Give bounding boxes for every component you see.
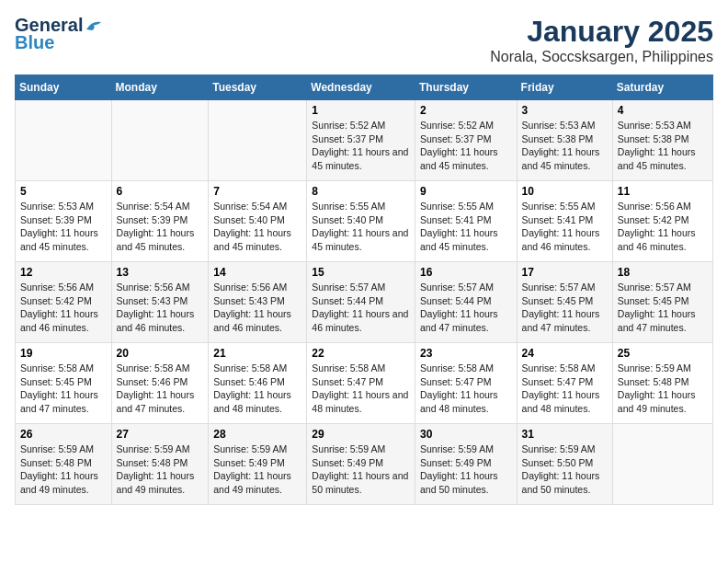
day-number: 5: [20, 185, 107, 198]
day-info: Sunrise: 5:58 AMSunset: 5:46 PMDaylight:…: [213, 362, 301, 416]
day-number: 13: [117, 266, 204, 279]
day-number: 21: [213, 347, 301, 360]
weekday-header-monday: Monday: [111, 75, 209, 100]
month-title: January 2025: [490, 15, 713, 49]
day-number: 20: [117, 347, 204, 360]
week-row-1: 1Sunrise: 5:52 AMSunset: 5:37 PMDaylight…: [16, 100, 713, 181]
day-number: 16: [420, 266, 512, 279]
day-info: Sunrise: 5:59 AMSunset: 5:49 PMDaylight:…: [420, 442, 512, 497]
day-number: 3: [522, 104, 608, 117]
day-info: Sunrise: 5:59 AMSunset: 5:48 PMDaylight:…: [117, 442, 204, 497]
logo-blue: Blue: [15, 32, 54, 53]
calendar-cell: 28Sunrise: 5:59 AMSunset: 5:49 PMDayligh…: [209, 424, 307, 505]
calendar-cell: 4Sunrise: 5:53 AMSunset: 5:38 PMDaylight…: [612, 100, 712, 181]
day-info: Sunrise: 5:55 AMSunset: 5:40 PMDaylight:…: [312, 200, 410, 254]
calendar-cell: [612, 424, 712, 505]
day-number: 22: [312, 347, 410, 360]
calendar-cell: 16Sunrise: 5:57 AMSunset: 5:44 PMDayligh…: [415, 262, 517, 343]
day-info: Sunrise: 5:56 AMSunset: 5:43 PMDaylight:…: [117, 281, 204, 335]
calendar-cell: 14Sunrise: 5:56 AMSunset: 5:43 PMDayligh…: [209, 262, 307, 343]
weekday-header-wednesday: Wednesday: [307, 75, 415, 100]
day-info: Sunrise: 5:53 AMSunset: 5:39 PMDaylight:…: [20, 200, 107, 254]
day-info: Sunrise: 5:54 AMSunset: 5:40 PMDaylight:…: [213, 200, 301, 254]
day-info: Sunrise: 5:53 AMSunset: 5:38 PMDaylight:…: [618, 119, 708, 173]
day-number: 18: [618, 266, 708, 279]
calendar-cell: 2Sunrise: 5:52 AMSunset: 5:37 PMDaylight…: [415, 100, 517, 181]
day-number: 25: [618, 347, 708, 360]
day-info: Sunrise: 5:59 AMSunset: 5:48 PMDaylight:…: [618, 362, 708, 416]
calendar-cell: 22Sunrise: 5:58 AMSunset: 5:47 PMDayligh…: [307, 343, 415, 424]
day-info: Sunrise: 5:52 AMSunset: 5:37 PMDaylight:…: [312, 119, 410, 173]
weekday-header-sunday: Sunday: [16, 75, 112, 100]
day-number: 29: [312, 428, 410, 441]
calendar-cell: 12Sunrise: 5:56 AMSunset: 5:42 PMDayligh…: [16, 262, 112, 343]
day-info: Sunrise: 5:59 AMSunset: 5:49 PMDaylight:…: [213, 442, 301, 497]
calendar-cell: 8Sunrise: 5:55 AMSunset: 5:40 PMDaylight…: [307, 181, 415, 262]
weekday-header-tuesday: Tuesday: [209, 75, 307, 100]
calendar-cell: 23Sunrise: 5:58 AMSunset: 5:47 PMDayligh…: [415, 343, 517, 424]
calendar-cell: [111, 100, 209, 181]
calendar-cell: 24Sunrise: 5:58 AMSunset: 5:47 PMDayligh…: [517, 343, 612, 424]
day-info: Sunrise: 5:58 AMSunset: 5:47 PMDaylight:…: [522, 362, 608, 416]
day-info: Sunrise: 5:57 AMSunset: 5:44 PMDaylight:…: [420, 281, 512, 335]
day-number: 30: [420, 428, 512, 441]
day-number: 10: [522, 185, 608, 198]
day-info: Sunrise: 5:59 AMSunset: 5:48 PMDaylight:…: [20, 442, 107, 497]
weekday-header-friday: Friday: [517, 75, 612, 100]
day-number: 19: [20, 347, 107, 360]
day-number: 15: [312, 266, 410, 279]
day-number: 11: [618, 185, 708, 198]
day-info: Sunrise: 5:56 AMSunset: 5:42 PMDaylight:…: [618, 200, 708, 254]
calendar-cell: 1Sunrise: 5:52 AMSunset: 5:37 PMDaylight…: [307, 100, 415, 181]
day-number: 23: [420, 347, 512, 360]
weekday-header-row: SundayMondayTuesdayWednesdayThursdayFrid…: [16, 75, 713, 100]
day-info: Sunrise: 5:58 AMSunset: 5:47 PMDaylight:…: [312, 362, 410, 416]
day-info: Sunrise: 5:57 AMSunset: 5:45 PMDaylight:…: [618, 281, 708, 335]
calendar-cell: 6Sunrise: 5:54 AMSunset: 5:39 PMDaylight…: [111, 181, 209, 262]
day-info: Sunrise: 5:58 AMSunset: 5:47 PMDaylight:…: [420, 362, 512, 416]
week-row-3: 12Sunrise: 5:56 AMSunset: 5:42 PMDayligh…: [16, 262, 713, 343]
day-info: Sunrise: 5:53 AMSunset: 5:38 PMDaylight:…: [522, 119, 608, 173]
calendar-cell: [209, 100, 307, 181]
calendar-cell: 10Sunrise: 5:55 AMSunset: 5:41 PMDayligh…: [517, 181, 612, 262]
title-area: January 2025 Norala, Soccsksargen, Phili…: [490, 15, 713, 65]
day-number: 17: [522, 266, 608, 279]
calendar-cell: 26Sunrise: 5:59 AMSunset: 5:48 PMDayligh…: [16, 424, 112, 505]
calendar-cell: 15Sunrise: 5:57 AMSunset: 5:44 PMDayligh…: [307, 262, 415, 343]
week-row-2: 5Sunrise: 5:53 AMSunset: 5:39 PMDaylight…: [16, 181, 713, 262]
calendar-cell: 20Sunrise: 5:58 AMSunset: 5:46 PMDayligh…: [111, 343, 209, 424]
calendar-cell: 19Sunrise: 5:58 AMSunset: 5:45 PMDayligh…: [16, 343, 112, 424]
calendar-cell: 18Sunrise: 5:57 AMSunset: 5:45 PMDayligh…: [612, 262, 712, 343]
calendar-cell: 25Sunrise: 5:59 AMSunset: 5:48 PMDayligh…: [612, 343, 712, 424]
day-number: 8: [312, 185, 410, 198]
day-number: 28: [213, 428, 301, 441]
calendar-table: SundayMondayTuesdayWednesdayThursdayFrid…: [15, 75, 713, 505]
day-number: 14: [213, 266, 301, 279]
day-number: 7: [213, 185, 301, 198]
calendar-cell: 17Sunrise: 5:57 AMSunset: 5:45 PMDayligh…: [517, 262, 612, 343]
header: General Blue January 2025 Norala, Soccsk…: [15, 15, 713, 65]
calendar-cell: 5Sunrise: 5:53 AMSunset: 5:39 PMDaylight…: [16, 181, 112, 262]
day-number: 24: [522, 347, 608, 360]
day-info: Sunrise: 5:55 AMSunset: 5:41 PMDaylight:…: [522, 200, 608, 254]
day-number: 27: [117, 428, 204, 441]
day-number: 1: [312, 104, 410, 117]
week-row-5: 26Sunrise: 5:59 AMSunset: 5:48 PMDayligh…: [16, 424, 713, 505]
day-number: 4: [618, 104, 708, 117]
day-info: Sunrise: 5:52 AMSunset: 5:37 PMDaylight:…: [420, 119, 512, 173]
day-info: Sunrise: 5:55 AMSunset: 5:41 PMDaylight:…: [420, 200, 512, 254]
logo: General Blue: [15, 15, 105, 53]
calendar-cell: 3Sunrise: 5:53 AMSunset: 5:38 PMDaylight…: [517, 100, 612, 181]
calendar-cell: 9Sunrise: 5:55 AMSunset: 5:41 PMDaylight…: [415, 181, 517, 262]
day-number: 31: [522, 428, 608, 441]
day-number: 26: [20, 428, 107, 441]
day-info: Sunrise: 5:56 AMSunset: 5:42 PMDaylight:…: [20, 281, 107, 335]
calendar-cell: 11Sunrise: 5:56 AMSunset: 5:42 PMDayligh…: [612, 181, 712, 262]
day-info: Sunrise: 5:58 AMSunset: 5:46 PMDaylight:…: [117, 362, 204, 416]
calendar-cell: 30Sunrise: 5:59 AMSunset: 5:49 PMDayligh…: [415, 424, 517, 505]
day-info: Sunrise: 5:57 AMSunset: 5:45 PMDaylight:…: [522, 281, 608, 335]
day-info: Sunrise: 5:59 AMSunset: 5:49 PMDaylight:…: [312, 442, 410, 497]
week-row-4: 19Sunrise: 5:58 AMSunset: 5:45 PMDayligh…: [16, 343, 713, 424]
day-number: 6: [117, 185, 204, 198]
day-number: 9: [420, 185, 512, 198]
